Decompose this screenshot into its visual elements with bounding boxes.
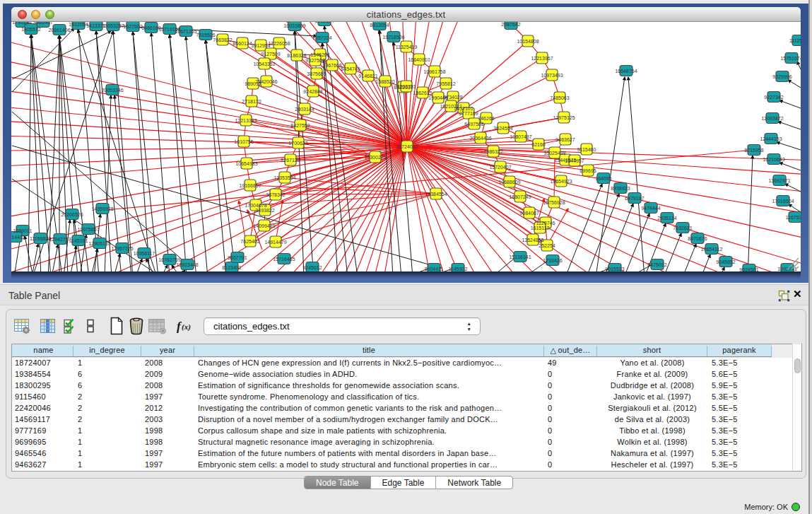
svg-text:1527602: 1527602 xyxy=(123,24,142,29)
svg-text:12923448: 12923448 xyxy=(176,262,198,267)
svg-text:1588520: 1588520 xyxy=(375,79,394,84)
svg-text:9024501: 9024501 xyxy=(739,267,758,272)
svg-text:15716485: 15716485 xyxy=(273,257,295,262)
svg-text:10807487: 10807487 xyxy=(510,134,531,139)
svg-text:3914411: 3914411 xyxy=(11,235,25,240)
svg-text:17004678: 17004678 xyxy=(245,203,266,208)
svg-text:8475012: 8475012 xyxy=(647,262,666,267)
svg-text:1145191: 1145191 xyxy=(69,238,88,243)
svg-text:699695: 699695 xyxy=(579,168,596,173)
svg-text:13353594: 13353594 xyxy=(273,175,295,180)
svg-text:10973493: 10973493 xyxy=(541,73,563,78)
svg-text:19218506: 19218506 xyxy=(382,35,404,40)
svg-text:(x): (x) xyxy=(182,322,191,332)
svg-text:16671355: 16671355 xyxy=(175,29,196,34)
svg-text:12942757: 12942757 xyxy=(49,237,71,242)
svg-text:18807249: 18807249 xyxy=(509,194,531,199)
svg-text:1812054: 1812054 xyxy=(69,22,88,27)
svg-text:1405572: 1405572 xyxy=(21,27,40,32)
svg-text:10154808: 10154808 xyxy=(517,39,539,44)
svg-text:7625402: 7625402 xyxy=(240,239,259,244)
svg-text:18724007: 18724007 xyxy=(396,144,418,149)
svg-text:13524855: 13524855 xyxy=(522,238,543,243)
svg-text:8427552: 8427552 xyxy=(290,123,310,128)
svg-text:16648764: 16648764 xyxy=(615,69,637,74)
svg-text:15136141: 15136141 xyxy=(509,255,531,259)
svg-text:8215958: 8215958 xyxy=(744,148,763,153)
svg-text:11325419: 11325419 xyxy=(396,45,418,49)
svg-text:9474444: 9474444 xyxy=(641,206,660,211)
svg-text:4203781: 4203781 xyxy=(396,84,416,89)
svg-text:989012: 989012 xyxy=(245,81,261,86)
svg-text:10025438: 10025438 xyxy=(543,151,565,156)
svg-text:16033809: 16033809 xyxy=(283,23,305,28)
svg-text:14099489: 14099489 xyxy=(253,223,275,228)
svg-text:9463627: 9463627 xyxy=(555,137,575,142)
svg-text:746266: 746266 xyxy=(478,116,494,121)
svg-text:19654923: 19654923 xyxy=(550,179,572,184)
svg-text:6479197: 6479197 xyxy=(625,196,644,201)
svg-text:1120746: 1120746 xyxy=(536,221,555,226)
svg-text:1112541: 1112541 xyxy=(789,38,801,43)
svg-text:1791234: 1791234 xyxy=(12,22,31,25)
svg-text:2803144: 2803144 xyxy=(295,107,314,112)
svg-text:9242848: 9242848 xyxy=(303,89,322,94)
svg-text:15300275: 15300275 xyxy=(364,155,386,160)
svg-text:9657791: 9657791 xyxy=(228,255,247,260)
svg-text:12905135: 12905135 xyxy=(88,241,110,246)
svg-text:8938923: 8938923 xyxy=(611,186,630,191)
svg-text:16640910: 16640910 xyxy=(408,57,430,62)
svg-text:3875685: 3875685 xyxy=(307,71,326,76)
svg-text:2087642: 2087642 xyxy=(501,22,520,27)
svg-text:8813054: 8813054 xyxy=(370,23,389,28)
svg-text:1546208: 1546208 xyxy=(310,52,329,57)
svg-text:7663822: 7663822 xyxy=(213,37,232,42)
svg-text:9327508: 9327508 xyxy=(305,58,324,63)
svg-text:9245652: 9245652 xyxy=(716,259,735,264)
svg-text:3624554: 3624554 xyxy=(493,126,512,131)
svg-text:164095: 164095 xyxy=(595,176,611,181)
svg-text:12226058: 12226058 xyxy=(268,41,290,46)
svg-text:12093872: 12093872 xyxy=(761,116,783,121)
svg-text:12213967: 12213967 xyxy=(531,56,553,61)
svg-text:11156829: 11156829 xyxy=(30,236,51,241)
svg-text:10756928: 10756928 xyxy=(543,200,565,205)
svg-text:1903324: 1903324 xyxy=(314,22,334,23)
svg-text:16782759: 16782759 xyxy=(158,257,180,262)
svg-text:5432101: 5432101 xyxy=(454,106,473,111)
svg-text:8267130: 8267130 xyxy=(281,158,300,163)
svg-text:2967608: 2967608 xyxy=(322,63,341,68)
svg-text:9734028: 9734028 xyxy=(443,95,462,100)
svg-text:10654983: 10654983 xyxy=(235,161,257,166)
svg-text:20691406: 20691406 xyxy=(48,28,70,33)
svg-text:8186328: 8186328 xyxy=(287,53,306,58)
svg-text:3493822: 3493822 xyxy=(255,208,274,213)
svg-text:7955812: 7955812 xyxy=(436,81,455,86)
svg-text:9115460: 9115460 xyxy=(577,147,596,152)
svg-text:14914479: 14914479 xyxy=(264,240,286,245)
svg-text:7986322: 7986322 xyxy=(483,149,502,154)
svg-text:9084067: 9084067 xyxy=(519,211,539,216)
svg-text:9777169: 9777169 xyxy=(459,111,478,116)
svg-text:10975857: 10975857 xyxy=(77,227,99,232)
svg-text:12975125: 12975125 xyxy=(553,115,575,120)
svg-text:10653287: 10653287 xyxy=(102,23,124,28)
svg-text:19384554: 19384554 xyxy=(425,192,447,197)
svg-text:10958117: 10958117 xyxy=(134,251,155,256)
svg-text:9127509: 9127509 xyxy=(261,52,280,57)
svg-text:20206526: 20206526 xyxy=(61,212,83,217)
svg-text:7632621: 7632621 xyxy=(673,226,692,230)
svg-text:9245012: 9245012 xyxy=(302,265,322,270)
svg-text:1145902: 1145902 xyxy=(449,267,468,271)
svg-text:6497568: 6497568 xyxy=(464,122,483,127)
svg-text:15751074: 15751074 xyxy=(780,56,801,61)
svg-text:2718170: 2718170 xyxy=(242,99,261,104)
svg-text:15720407: 15720407 xyxy=(489,165,511,170)
svg-text:20364436: 20364436 xyxy=(469,136,491,141)
svg-text:8660124: 8660124 xyxy=(233,41,252,46)
svg-text:8454749: 8454749 xyxy=(341,66,360,71)
svg-text:9329996: 9329996 xyxy=(772,74,792,79)
svg-text:1362615: 1362615 xyxy=(413,90,432,95)
svg-text:19166857: 19166857 xyxy=(239,183,261,188)
svg-text:9146821: 9146821 xyxy=(358,74,377,78)
